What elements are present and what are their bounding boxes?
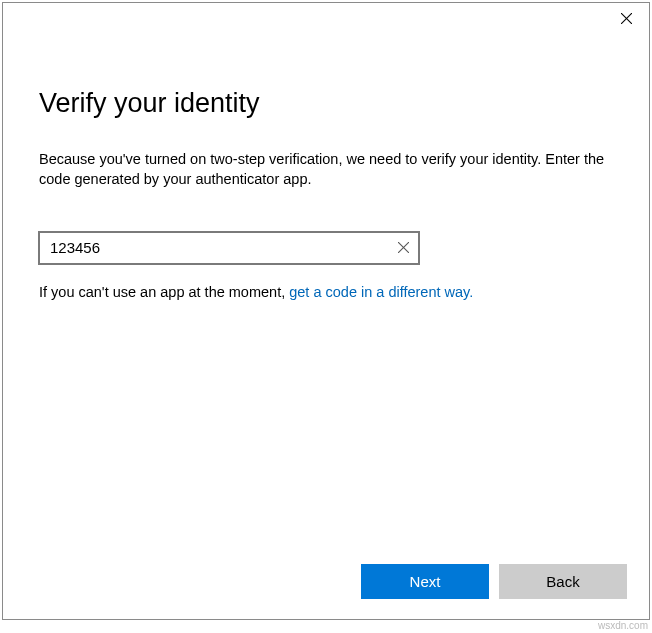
alt-prefix: If you can't use an app at the moment, — [39, 284, 289, 300]
verify-identity-dialog: Verify your identity Because you've turn… — [2, 2, 650, 620]
page-title: Verify your identity — [39, 88, 613, 119]
clear-input-button[interactable] — [387, 232, 419, 264]
button-row: Next Back — [361, 564, 627, 599]
close-button[interactable] — [604, 3, 649, 33]
next-button[interactable]: Next — [361, 564, 489, 599]
watermark-text: wsxdn.com — [598, 620, 648, 631]
description-text: Because you've turned on two-step verifi… — [39, 149, 613, 190]
verification-code-input[interactable] — [39, 232, 419, 264]
alternative-text: If you can't use an app at the moment, g… — [39, 284, 613, 300]
dialog-content: Verify your identity Because you've turn… — [3, 33, 649, 300]
code-input-row — [39, 232, 419, 264]
get-code-different-way-link[interactable]: get a code in a different way. — [289, 284, 473, 300]
close-icon — [621, 13, 632, 24]
close-icon — [398, 242, 409, 253]
back-button[interactable]: Back — [499, 564, 627, 599]
titlebar — [3, 3, 649, 33]
